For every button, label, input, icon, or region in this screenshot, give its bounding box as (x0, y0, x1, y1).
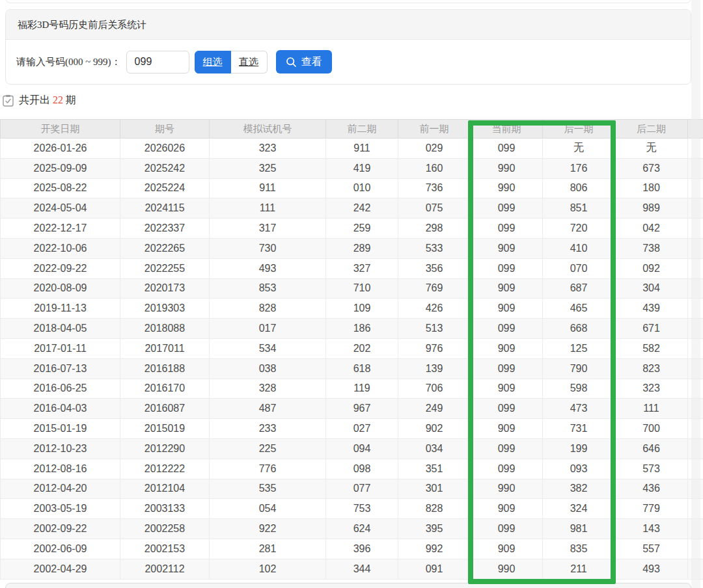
table-cell: 710 (326, 278, 398, 299)
table-cell: 465 (543, 299, 615, 319)
table-cell: 706 (398, 379, 471, 399)
table-cell: 2019-11-13 (1, 299, 120, 319)
table-cell: 624 (326, 519, 398, 539)
table-cell: 909 (471, 278, 543, 299)
table-cell: 720 (543, 219, 615, 239)
table-cell: 738 (615, 238, 688, 258)
table-cell: 2017-01-11 (1, 338, 120, 358)
table-cell: 099 (471, 258, 543, 278)
number-input[interactable] (126, 51, 189, 74)
table-cell: 328 (210, 379, 326, 399)
table-row: 2016-06-252016170328119706909598323 (1, 379, 703, 399)
table-cell: 396 (326, 539, 398, 559)
table-cell: 779 (615, 499, 688, 519)
table-cell: 102 (210, 559, 326, 579)
table-cell: 668 (543, 319, 615, 339)
table-cell: 2024115 (120, 198, 210, 219)
table-cell: 211 (543, 559, 615, 579)
result-text: 共开出22期 (19, 94, 76, 107)
table-cell: 202 (326, 338, 398, 358)
table-cell: 2022-09-22 (1, 258, 120, 278)
table-cell: 259 (326, 219, 398, 239)
table-row: 2012-08-162012222776098351099093573 (1, 459, 703, 479)
table-row: 2025-08-222025224911010736990806180 (1, 178, 703, 198)
table-cell: 2002-06-09 (1, 539, 120, 559)
table-row: 2019-11-132019303828109426909465439 (1, 299, 703, 319)
history-table-container: 开奖日期期号模拟试机号前二期前一期当前期后一期后二期 2026-01-26202… (0, 119, 703, 580)
table-cell: 无 (615, 139, 688, 159)
table-cell: 2022-12-17 (1, 219, 120, 239)
table-cell: 2020173 (120, 278, 210, 299)
column-header: 开奖日期 (1, 120, 120, 139)
table-cell: 327 (326, 258, 398, 278)
table-cell: 098 (326, 459, 398, 479)
table-cell: 2026026 (120, 139, 210, 159)
table-cell: 143 (615, 519, 688, 539)
view-button[interactable]: 查看 (276, 50, 332, 74)
table-cell: 281 (210, 539, 326, 559)
vertical-scrollbar[interactable] (691, 0, 700, 588)
previous-panel-edge (5, 0, 691, 3)
table-cell: 853 (210, 278, 326, 299)
table-cell: 2015-01-19 (1, 419, 120, 439)
table-cell: 981 (543, 519, 615, 539)
table-cell: 753 (326, 499, 398, 519)
table-cell: 2022337 (120, 219, 210, 239)
table-cell: 989 (615, 198, 688, 219)
table-cell: 909 (471, 419, 543, 439)
table-cell: 298 (398, 219, 471, 239)
table-cell: 646 (615, 438, 688, 459)
table-cell: 2024-05-04 (1, 198, 120, 219)
table-cell: 054 (210, 499, 326, 519)
table-cell: 990 (471, 158, 543, 178)
table-cell: 2016188 (120, 358, 210, 379)
table-cell: 828 (210, 299, 326, 319)
table-cell: 099 (471, 358, 543, 379)
table-row: 2015-01-192015019233027902909731700 (1, 419, 703, 439)
table-row: 2022-09-222022255493327356099070092 (1, 258, 703, 278)
table-cell: 010 (326, 178, 398, 198)
table-cell: 687 (543, 278, 615, 299)
table-cell: 351 (398, 459, 471, 479)
table-cell: 099 (471, 399, 543, 419)
table-cell: 598 (543, 379, 615, 399)
table-cell: 094 (326, 438, 398, 459)
table-cell: 027 (326, 419, 398, 439)
table-cell: 776 (210, 459, 326, 479)
table-cell: 2016-06-25 (1, 379, 120, 399)
clipboard-check-icon (3, 94, 14, 107)
table-cell: 2022265 (120, 238, 210, 258)
table-body: 2026-01-262026026323911029099无无2025-09-0… (1, 139, 703, 580)
table-cell: 769 (398, 278, 471, 299)
column-header: 后二期 (615, 120, 688, 139)
table-cell: 2020-08-09 (1, 278, 120, 299)
table-cell: 225 (210, 438, 326, 459)
table-cell: 2012222 (120, 459, 210, 479)
table-cell: 034 (398, 438, 471, 459)
table-cell: 324 (543, 499, 615, 519)
table-cell: 436 (615, 479, 688, 499)
search-icon (286, 57, 297, 68)
table-cell: 493 (210, 258, 326, 278)
table-cell: 2003133 (120, 499, 210, 519)
table-row: 2024-05-042024115111242075099851989 (1, 198, 703, 219)
result-prefix: 共开出 (19, 94, 50, 105)
table-cell: 无 (543, 139, 615, 159)
table-cell: 851 (543, 198, 615, 219)
table-cell: 325 (210, 158, 326, 178)
table-cell: 909 (471, 299, 543, 319)
table-row: 2002-04-292002112102344091990211493 (1, 559, 703, 579)
table-cell: 344 (326, 559, 398, 579)
table-cell: 823 (615, 358, 688, 379)
table-cell: 909 (471, 238, 543, 258)
query-form: 请输入号码(000 ~ 999)： 组选 直选 查看 (6, 40, 691, 84)
table-cell: 911 (210, 178, 326, 198)
direct-select-button[interactable]: 直选 (231, 51, 268, 74)
table-cell: 2022255 (120, 258, 210, 278)
table-cell: 160 (398, 158, 471, 178)
group-select-button[interactable]: 组选 (195, 51, 231, 74)
table-cell: 976 (398, 338, 471, 358)
table-cell: 419 (326, 158, 398, 178)
table-cell: 077 (326, 479, 398, 499)
table-cell: 091 (398, 559, 471, 579)
